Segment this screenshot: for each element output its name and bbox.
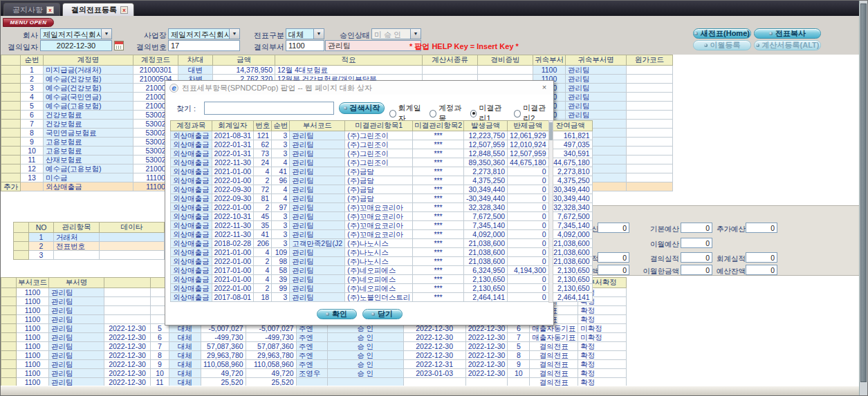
pending-items-table[interactable]: 계정과목회계일자번호순번부서코드미결관리항목1미결관리항목2발생금액반제금액잔여… — [170, 120, 593, 302]
table-row[interactable]: 외상매출금2018-02-282063고객만족2팀(J2(주)나노시스***21… — [171, 239, 593, 248]
scrollbar-thumb[interactable] — [549, 122, 553, 140]
table-row[interactable]: 외상매출금2021-01-00439관리팀(주)네오피에스***2,130,65… — [171, 275, 593, 284]
cell: 4,092,000 — [464, 230, 508, 239]
tab-close-icon[interactable]: x — [46, 6, 54, 14]
budget-input[interactable] — [598, 223, 629, 233]
window-scrollbar[interactable] — [859, 1, 867, 396]
table-row[interactable]: 외상매출금2022-01-31623관리팀(주)그린조이***12,507,95… — [171, 140, 593, 149]
cell: 2022-01-00 — [212, 284, 254, 293]
cell: 외상매출금 — [171, 212, 212, 221]
table-row[interactable]: 외상매출금2017-01-00458관리팀(주)네오피에스***6,324,95… — [171, 266, 593, 275]
cell: 98 — [272, 257, 290, 266]
radio-icon-checked — [470, 110, 477, 117]
budget-input[interactable] — [746, 265, 777, 275]
budget-input[interactable] — [746, 252, 777, 263]
company-select[interactable]: 제일저지주식회사 ▼ — [40, 28, 112, 39]
cell — [627, 147, 673, 155]
table-row[interactable]: 1100관리팀2022-12-309대체110,058,960110,058,9… — [1, 360, 627, 369]
table-row[interactable]: 외상매출금2021-08-311213관리팀(주)그린조이***12,223,7… — [171, 131, 593, 140]
cell — [1, 369, 17, 378]
cell: (주)네오피에스 — [345, 284, 413, 293]
copy-slip-button[interactable]: 전표복사 — [754, 28, 821, 39]
table-row[interactable]: 1100관리팀2022-12-3011대체25,52025,520결의전표확정 — [1, 378, 627, 386]
budget-input[interactable] — [598, 265, 629, 275]
cell: 3 — [272, 149, 290, 158]
cell: 주엔 — [296, 342, 327, 351]
cell — [1, 120, 21, 129]
budget-input[interactable] — [681, 238, 712, 248]
budget-input[interactable] — [681, 265, 712, 275]
close-icon[interactable]: × — [539, 83, 549, 93]
cell: 12,223,750 — [464, 131, 508, 140]
table-row[interactable]: 외상매출금2022-09-30814관리팀(주)금담***-30,349,440… — [171, 194, 593, 203]
table-row[interactable]: 외상매출금2022-09-30724관리팀(주)금담***30,349,4400… — [171, 185, 593, 194]
column-header: 차/대 — [178, 55, 213, 66]
calendar-icon[interactable] — [114, 41, 124, 50]
slip-type-select[interactable]: 대체 ▼ — [286, 28, 324, 39]
table-row[interactable]: 외상매출금2022-11-30244관리팀(주)그린조이***89,350,36… — [171, 158, 593, 167]
budget-input[interactable] — [681, 252, 712, 263]
slip-date-input[interactable]: 2022-12-30 — [40, 40, 112, 51]
find-input[interactable] — [204, 102, 334, 115]
cell: 관리팀 — [566, 111, 627, 120]
cell: 32,328,340 — [548, 203, 592, 212]
management-items-table[interactable]: NO관리항목데이타 1거래처2전표번호3 — [13, 222, 165, 260]
column-header: 적요 — [275, 55, 423, 66]
table-row[interactable]: 1100관리팀2022-12-307대체57,087,36057,087,360… — [1, 342, 627, 351]
cell: 21,038,600 — [548, 248, 592, 257]
table-row[interactable]: 1미지급금(거래처)21000301대변14,378,95012월 4대보험료1… — [1, 66, 673, 75]
cell: 2022-12-30 — [104, 351, 151, 360]
cell: 관리팀 — [290, 257, 345, 266]
table-row[interactable]: 외상매출금2022-01-31733관리팀(주)그린조이***12,848,55… — [171, 149, 593, 158]
table-row[interactable]: 외상매출금2021-01-004109관리팀(주)나노시스***21,038,6… — [171, 248, 593, 257]
table-row[interactable]: 2전표번호 — [14, 242, 165, 251]
table-row[interactable]: 외상매출금2022-01-00296관리팀(주)금담***4,375,25004… — [171, 176, 593, 185]
cell: 관리팀 — [566, 102, 627, 111]
table-row[interactable]: 1100관리팀2022-12-306대체-499,730-499,730주엔승 … — [1, 333, 627, 342]
table-row[interactable]: 외상매출금2017-08-01183관리팀(주)노블인더스트리***2,464,… — [171, 293, 593, 302]
slip-no-input[interactable]: 17 — [168, 40, 240, 51]
tab-notice[interactable]: 공지사항 x — [3, 3, 60, 16]
tab-slip-register[interactable]: 결의전표등록 x — [62, 3, 134, 16]
cell: 3 — [272, 293, 290, 302]
slip-dept-code-input[interactable]: 1100 — [286, 40, 324, 51]
budget-input[interactable] — [598, 252, 629, 263]
table-row[interactable]: 1100관리팀2022-12-308대체29,963,78029,963,780… — [1, 351, 627, 360]
cell: 340,591 — [548, 149, 592, 158]
popup-title-bar[interactable]: e 전표세부항목(SPNDCDPop) 팝업 -- 웹 페이지 대화 상자 × — [165, 81, 553, 95]
cell: *** — [413, 284, 464, 293]
cell: 2022-01-31 — [212, 140, 254, 149]
popup-grid-scrollbar[interactable] — [548, 120, 553, 303]
budget-input[interactable] — [681, 223, 712, 233]
cell: 주엔 — [296, 333, 327, 342]
search-start-button[interactable]: 검색시작 — [339, 102, 385, 114]
tab-close-icon[interactable]: x — [120, 6, 128, 14]
column-header: 반제금액 — [508, 121, 549, 131]
ok-button[interactable]: 확인 — [317, 309, 357, 319]
table-row[interactable]: 외상매출금2022-01-00299관리팀(주)네오피에스***2,130,65… — [171, 284, 593, 293]
budget-input[interactable] — [746, 223, 777, 233]
table-row[interactable]: 외상매출금2022-01-00297관리팀(주)꼬매요코리아***32,328,… — [171, 203, 593, 212]
table-row[interactable]: 외상매출금2022-11-30413관리팀(주)꼬매요코리아***4,092,0… — [171, 230, 593, 239]
table-row[interactable]: 외상매출금2022-11-30353관리팀(주)꼬매요코리아***7,345,1… — [171, 221, 593, 230]
table-row[interactable]: 외상매출금2021-01-00441관리팀(주)금담***2,273,81002… — [171, 167, 593, 176]
chevron-down-icon[interactable]: ▼ — [229, 29, 239, 39]
cell: (주)그린조이 — [345, 140, 413, 149]
scrollbar-thumb[interactable] — [860, 3, 867, 382]
bizplace-select[interactable]: 제일저지주식회사 ▼ — [168, 28, 240, 39]
table-row[interactable]: 1거래처 — [14, 233, 165, 242]
column-header — [1, 278, 17, 288]
cell: 2,273,810 — [464, 167, 508, 176]
cell: 1100 — [533, 66, 566, 75]
table-row[interactable]: 1100관리팀2022-12-3010대체49,72049,720조영우승 인2… — [1, 369, 627, 378]
chevron-down-icon[interactable]: ▼ — [313, 29, 324, 39]
menu-open-button[interactable]: MENU OPEN — [3, 18, 54, 27]
chevron-down-icon[interactable]: ▼ — [101, 29, 111, 39]
cell: 2017-08-01 — [212, 293, 254, 302]
table-row[interactable]: 외상매출금2022-10-31453관리팀(주)꼬매요코리아***7,672,5… — [171, 212, 593, 221]
table-row[interactable]: 외상매출금2022-01-00298관리팀(주)나노시스***21,038,60… — [171, 257, 593, 266]
table-row[interactable]: 3 — [14, 251, 165, 260]
new-slip-button[interactable]: 새전표(Home) — [693, 28, 751, 39]
close-button[interactable]: 닫기 — [362, 309, 403, 319]
cell: 25,520 — [246, 378, 296, 386]
